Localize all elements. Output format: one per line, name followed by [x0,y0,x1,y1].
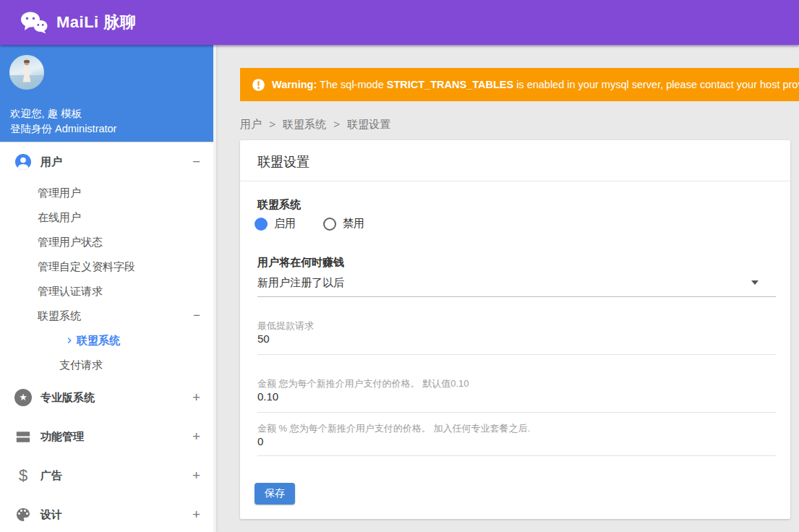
welcome-text: 欢迎您, 趣 模板 [10,107,82,121]
field-underline [257,455,776,456]
amount-input[interactable] [257,390,776,403]
expand-toggle[interactable]: + [192,468,200,484]
select-underline [257,296,776,297]
collapse-toggle[interactable]: − [193,309,200,323]
sidebar-item-verification-requests[interactable]: 管理认证请求 [0,279,213,304]
sidebar-item-design[interactable]: 设计 + [0,499,213,531]
radio-disable-label[interactable]: 禁用 [343,217,364,231]
breadcrumb: 用户 > 联盟系统 > 联盟设置 [240,118,390,132]
expand-toggle[interactable]: + [192,390,200,406]
radio-enable-label[interactable]: 启用 [274,217,296,231]
chevron-right-icon [64,335,75,349]
app-logo[interactable]: MaiLi 脉聊 [20,11,136,34]
sidebar-item-label: 用户 [40,155,62,169]
caret-down-icon [751,280,759,285]
palette-icon [14,506,32,523]
sidebar-item-manage-users[interactable]: 管理用户 [0,181,213,205]
affiliate-radio-group: 启用 禁用 [255,217,364,231]
field-underline [257,412,776,413]
earn-when-label: 用户将在何时赚钱 [257,256,344,270]
sidebar-item-affiliate-group[interactable]: 联盟系统 − [0,304,213,328]
app-header: MaiLi 脉聊 [0,0,799,45]
sidebar-item-user-status[interactable]: 管理用户状态 [0,230,213,254]
stacked-bars-icon [14,428,32,445]
save-button[interactable]: 保存 [255,483,295,505]
percent-input[interactable] [257,435,776,447]
sidebar-scrollbar[interactable] [213,45,216,532]
sidebar-item-affiliate-settings-active[interactable]: 联盟系统 [0,328,213,353]
field-underline [257,354,776,355]
sidebar-item-custom-fields[interactable]: 管理自定义资料字段 [0,254,213,279]
earn-when-select[interactable]: 新用户注册了以后 [257,275,776,296]
breadcrumb-affiliate-settings[interactable]: 联盟设置 [347,118,390,130]
radio-enable[interactable] [255,218,268,231]
sidebar-item-feature-management[interactable]: 功能管理 + [0,421,213,452]
star-circle-icon: ★ [14,389,32,406]
breadcrumb-users[interactable]: 用户 [240,118,262,130]
user-circle-icon [14,153,32,171]
card-title: 联盟设置 [257,153,309,171]
affiliate-system-label: 联盟系统 [257,198,301,212]
collapse-toggle[interactable]: − [192,154,200,170]
radio-disable[interactable] [323,218,336,231]
divider [240,181,790,181]
sidebar-item-ads[interactable]: $ 广告 + [0,460,213,492]
selected-option: 新用户注册了以后 [257,276,344,288]
user-avatar[interactable] [9,55,44,90]
min-withdraw-label: 最低提款请求 [257,319,314,332]
app-title: MaiLi 脉聊 [56,12,136,33]
sidebar-item-payment-requests[interactable]: 支付请求 [0,353,213,377]
wechat-logo-icon [20,11,48,34]
sql-warning-banner: Warning: The sql-mode STRICT_TRANS_TABLE… [240,68,799,101]
warning-label: Warning: [272,79,317,90]
sidebar-item-users[interactable]: 用户 − [0,146,213,178]
expand-toggle[interactable]: + [192,507,200,523]
sidebar: 欢迎您, 趣 模板 登陆身份 Administrator 用户 − 管理用户 在… [0,45,216,532]
amount-label: 金额 您为每个新推介用户支付的价格。 默认值0.10 [257,377,469,390]
sidebar-item-pro-system[interactable]: ★ 专业版系统 + [0,382,213,413]
percent-label: 金额 % 您为每个新推介用户支付的价格。 加入任何专业套餐之后. [257,422,530,435]
expand-toggle[interactable]: + [192,429,200,445]
login-role-text: 登陆身份 Administrator [10,122,116,136]
main-content: Warning: The sql-mode STRICT_TRANS_TABLE… [216,45,799,532]
affiliate-settings-card: 联盟设置 联盟系统 启用 禁用 用户将在何时赚钱 新用户注册了以后 最低提款请求… [240,140,790,519]
dollar-icon: $ [14,467,32,484]
sidebar-item-online-users[interactable]: 在线用户 [0,205,213,230]
min-withdraw-input[interactable] [257,332,776,345]
profile-panel: 欢迎您, 趣 模板 登陆身份 Administrator [0,45,216,142]
breadcrumb-affiliate-system[interactable]: 联盟系统 [283,118,326,130]
error-icon [252,78,265,92]
